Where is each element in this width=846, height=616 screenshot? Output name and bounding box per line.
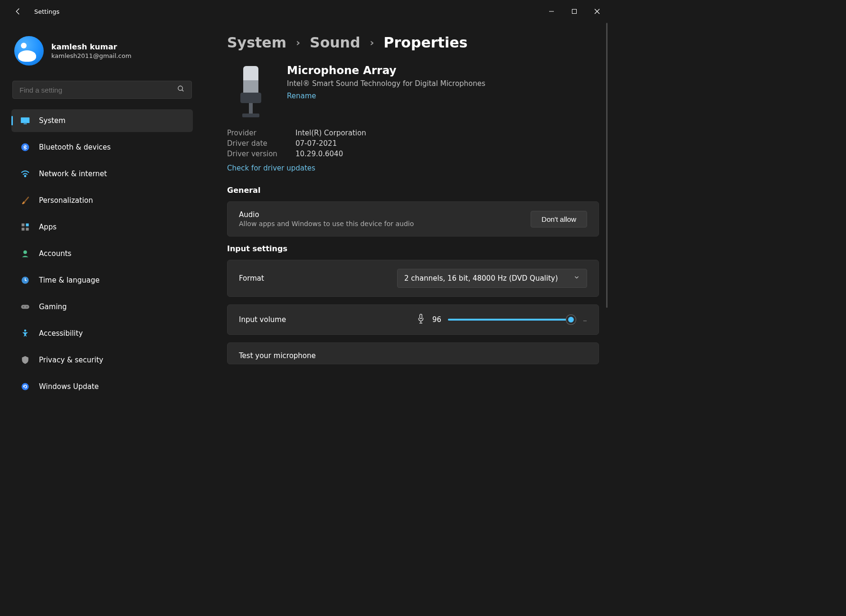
sidebar: kamlesh kumar kamlesh2011@gmail.com Syst… xyxy=(0,23,200,443)
back-button[interactable] xyxy=(9,2,28,21)
sidebar-item-label: Gaming xyxy=(39,303,67,311)
window-controls xyxy=(540,2,608,21)
sidebar-item-personalization[interactable]: Personalization xyxy=(11,189,193,212)
meta-value: 07-07-2021 xyxy=(295,139,337,148)
maximize-button[interactable] xyxy=(563,2,586,21)
person-icon xyxy=(20,248,30,259)
scrollbar[interactable] xyxy=(606,23,608,308)
breadcrumb-current: Properties xyxy=(384,34,468,51)
sidebar-item-network[interactable]: Network & internet xyxy=(11,162,193,185)
dont-allow-button[interactable]: Don't allow xyxy=(531,211,587,227)
accessibility-icon xyxy=(20,328,30,339)
meta-driver-date: Driver date 07-07-2021 xyxy=(227,139,599,148)
svg-rect-23 xyxy=(242,114,259,117)
device-subtitle: Intel® Smart Sound Technology for Digita… xyxy=(287,79,485,88)
sidebar-item-label: Accessibility xyxy=(39,329,83,338)
meta-label: Driver date xyxy=(227,139,279,148)
breadcrumb-system[interactable]: System xyxy=(227,34,286,51)
audio-desc: Allow apps and Windows to use this devic… xyxy=(239,220,531,227)
window-title: Settings xyxy=(34,8,59,15)
chevron-down-icon xyxy=(573,274,580,283)
audio-label: Audio xyxy=(239,210,531,219)
bluetooth-icon xyxy=(20,142,30,152)
device-title: Microphone Array xyxy=(287,64,485,76)
svg-rect-1 xyxy=(572,9,577,14)
sidebar-item-label: Bluetooth & devices xyxy=(39,143,111,152)
svg-rect-5 xyxy=(24,123,27,124)
sidebar-item-gaming[interactable]: Gaming xyxy=(11,295,193,318)
sidebar-item-accounts[interactable]: Accounts xyxy=(11,242,193,265)
shield-icon xyxy=(20,355,30,365)
volume-slider[interactable] xyxy=(448,319,576,321)
sidebar-item-time-language[interactable]: Time & language xyxy=(11,269,193,292)
svg-point-2 xyxy=(178,86,182,90)
svg-point-16 xyxy=(27,306,28,307)
close-button[interactable] xyxy=(586,2,608,21)
svg-rect-21 xyxy=(240,93,261,103)
titlebar: Settings xyxy=(0,0,608,23)
sidebar-item-label: Personalization xyxy=(39,196,93,205)
wifi-icon xyxy=(20,169,30,179)
rename-link[interactable]: Rename xyxy=(287,92,316,100)
update-icon xyxy=(20,381,30,392)
sidebar-item-accessibility[interactable]: Accessibility xyxy=(11,322,193,345)
svg-rect-14 xyxy=(21,305,29,309)
breadcrumb: System › Sound › Properties xyxy=(227,34,599,51)
search-input[interactable] xyxy=(19,86,177,94)
test-mic-label: Test your microphone xyxy=(239,351,316,360)
breadcrumb-sound[interactable]: Sound xyxy=(310,34,360,51)
svg-rect-8 xyxy=(22,224,25,227)
sidebar-item-windows-update[interactable]: Windows Update xyxy=(11,375,193,398)
clock-icon xyxy=(20,275,30,285)
volume-label: Input volume xyxy=(239,315,286,324)
search-icon xyxy=(177,85,185,95)
sidebar-item-label: Network & internet xyxy=(39,170,107,178)
format-label: Format xyxy=(239,274,264,283)
apps-icon xyxy=(20,222,30,232)
monitor-icon xyxy=(20,115,30,126)
section-general: General xyxy=(227,186,599,195)
svg-point-7 xyxy=(25,175,26,177)
microphone-icon xyxy=(227,64,275,121)
sidebar-item-system[interactable]: System xyxy=(11,109,193,132)
sidebar-item-label: Accounts xyxy=(39,249,71,258)
meta-provider: Provider Intel(R) Corporation xyxy=(227,129,599,137)
section-input-settings: Input settings xyxy=(227,244,599,253)
svg-rect-10 xyxy=(22,228,25,231)
svg-point-12 xyxy=(23,250,27,254)
audio-card: Audio Allow apps and Windows to use this… xyxy=(227,201,599,237)
sidebar-item-privacy[interactable]: Privacy & security xyxy=(11,349,193,371)
microphone-small-icon xyxy=(416,313,426,326)
sidebar-item-label: Apps xyxy=(39,223,57,231)
minimize-button[interactable] xyxy=(540,2,563,21)
volume-value: 96 xyxy=(432,315,441,324)
svg-point-15 xyxy=(23,306,24,307)
meta-driver-version: Driver version 10.29.0.6040 xyxy=(227,150,599,158)
meta-value: 10.29.0.6040 xyxy=(295,150,343,158)
search-box[interactable] xyxy=(12,81,192,99)
meta-value: Intel(R) Corporation xyxy=(295,129,366,137)
sidebar-item-label: System xyxy=(39,116,66,125)
device-header: Microphone Array Intel® Smart Sound Tech… xyxy=(227,64,599,121)
svg-rect-24 xyxy=(420,314,422,319)
svg-rect-11 xyxy=(26,228,29,231)
avatar xyxy=(14,36,44,66)
meta-label: Driver version xyxy=(227,150,279,158)
paintbrush-icon xyxy=(20,195,30,206)
sidebar-item-apps[interactable]: Apps xyxy=(11,216,193,238)
sidebar-item-bluetooth[interactable]: Bluetooth & devices xyxy=(11,136,193,159)
check-driver-updates-link[interactable]: Check for driver updates xyxy=(227,164,315,172)
test-microphone-card: Test your microphone xyxy=(227,342,599,364)
input-volume-card: Input volume 96 – xyxy=(227,304,599,335)
svg-line-3 xyxy=(182,90,183,91)
sidebar-item-label: Privacy & security xyxy=(39,356,103,364)
sidebar-item-label: Windows Update xyxy=(39,382,99,391)
format-dropdown[interactable]: 2 channels, 16 bit, 48000 Hz (DVD Qualit… xyxy=(397,269,587,288)
svg-point-17 xyxy=(24,330,27,332)
svg-rect-22 xyxy=(249,103,253,114)
format-value: 2 channels, 16 bit, 48000 Hz (DVD Qualit… xyxy=(404,274,558,283)
profile[interactable]: kamlesh kumar kamlesh2011@gmail.com xyxy=(11,28,193,79)
gamepad-icon xyxy=(20,302,30,312)
format-card: Format 2 channels, 16 bit, 48000 Hz (DVD… xyxy=(227,260,599,297)
profile-name: kamlesh kumar xyxy=(51,42,132,51)
